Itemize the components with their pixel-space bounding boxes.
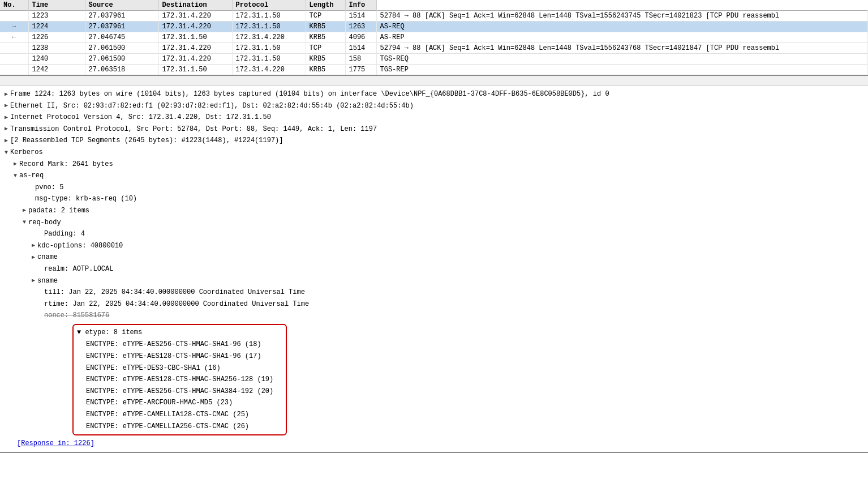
- packet-length: 1775: [345, 65, 376, 76]
- packet-length: 1514: [345, 43, 376, 54]
- detail-cname-line[interactable]: ▶ cname: [0, 251, 868, 263]
- till-spacer: [32, 288, 42, 297]
- table-row[interactable]: →122427.037961172.31.4.220172.31.1.50KRB…: [0, 22, 868, 32]
- detail-ethernet-line[interactable]: ▶ Ethernet II, Src: 02:93:d7:82:ed:f1 (0…: [0, 100, 868, 112]
- packet-destination: 172.31.4.220: [232, 65, 306, 76]
- padding-spacer: [32, 230, 42, 239]
- packet-protocol: TCP: [306, 11, 345, 22]
- packet-time: 27.063518: [85, 65, 158, 76]
- packet-no: 1240: [28, 54, 85, 65]
- detail-cname-text: cname: [37, 252, 58, 263]
- etype-item: ENCTYPE: eTYPE-DES3-CBC-SHA1 (16): [77, 362, 282, 374]
- detail-sname-line[interactable]: ▶ sname: [0, 275, 868, 287]
- expand-kdc-options-icon: ▶: [32, 241, 35, 250]
- expand-cname-icon: ▶: [32, 253, 35, 262]
- detail-record-mark-line[interactable]: ▶ Record Mark: 2641 bytes: [0, 159, 868, 170]
- table-row[interactable]: 122327.037961172.31.4.220172.31.1.50TCP1…: [0, 11, 868, 22]
- packet-source: 172.31.4.220: [158, 11, 232, 22]
- detail-realm-text: realm: AOTP.LOCAL: [44, 264, 113, 275]
- expand-etype-icon: ▼: [77, 328, 81, 336]
- detail-response-link-line[interactable]: [Response in: 1226]: [0, 438, 868, 450]
- detail-sname-text: sname: [37, 276, 58, 287]
- detail-padata-text: padata: 2 items: [28, 206, 89, 216]
- detail-padata-line[interactable]: ▶ padata: 2 items: [0, 205, 868, 217]
- packet-destination: 172.31.1.50: [232, 43, 306, 54]
- detail-kdc-options-line[interactable]: ▶ kdc-options: 40800010: [0, 240, 868, 252]
- packet-source: 172.31.4.220: [158, 54, 232, 65]
- col-header-destination: Destination: [158, 0, 232, 11]
- detail-tcp-text: Transmission Control Protocol, Src Port:…: [10, 124, 377, 135]
- packet-arrow: →: [0, 22, 28, 32]
- expand-pvno-icon: [23, 183, 33, 192]
- detail-frame-line[interactable]: ▶ Frame 1224: 1263 bytes on wire (10104 …: [0, 88, 868, 100]
- col-header-protocol: Protocol: [232, 0, 306, 11]
- packet-time: 27.037961: [85, 22, 158, 32]
- etype-item: ENCTYPE: eTYPE-AES128-CTS-HMAC-SHA1-96 (…: [77, 351, 282, 362]
- rtime-spacer: [32, 300, 42, 309]
- packet-destination: 172.31.1.50: [232, 54, 306, 65]
- table-row[interactable]: 123827.061500172.31.4.220172.31.1.50TCP1…: [0, 43, 868, 54]
- expand-record-mark-icon: ▶: [14, 160, 17, 169]
- response-link-spacer: [5, 439, 15, 448]
- detail-till-line: till: Jan 22, 2025 04:34:40.000000000 Co…: [0, 287, 868, 298]
- detail-msgtype-text: msg-type: krb-as-req (10): [35, 194, 137, 204]
- packet-list-table: No. Time Source Destination Protocol Len…: [0, 0, 868, 76]
- packet-arrow: [0, 54, 28, 65]
- nonce-spacer: [32, 311, 42, 321]
- detail-nonce-text: nonce: 815581676: [44, 310, 109, 321]
- col-header-no: No.: [0, 0, 28, 11]
- expand-sname-icon: ▶: [32, 276, 35, 285]
- table-row[interactable]: 124027.061500172.31.4.220172.31.1.50KRB5…: [0, 54, 868, 65]
- packet-length: 1263: [345, 22, 376, 32]
- col-header-time: Time: [28, 0, 85, 11]
- packet-detail-pane: ▶ Frame 1224: 1263 bytes on wire (10104 …: [0, 86, 868, 453]
- detail-frame-text: Frame 1224: 1263 bytes on wire (10104 bi…: [10, 89, 609, 100]
- packet-length: 1514: [345, 11, 376, 22]
- detail-nonce-line: nonce: 815581676: [0, 310, 868, 322]
- etype-header-line[interactable]: ▼ etype: 8 items: [77, 327, 282, 338]
- detail-reassembled-line[interactable]: ▶ [2 Reassembled TCP Segments (2645 byte…: [0, 135, 868, 147]
- packet-list-body: 122327.037961172.31.4.220172.31.1.50TCP1…: [0, 11, 868, 76]
- detail-padding-text: Padding: 4: [44, 229, 85, 240]
- expand-ip-icon: ▶: [5, 113, 8, 122]
- packet-time: 27.046745: [85, 32, 158, 43]
- packet-no: 1226: [28, 32, 85, 43]
- etype-item: ENCTYPE: eTYPE-AES256-CTS-HMAC-SHA1-96 (…: [77, 339, 282, 351]
- table-row[interactable]: 124227.063518172.31.1.50172.31.4.220KRB5…: [0, 65, 868, 76]
- packet-source: 172.31.4.220: [158, 22, 232, 32]
- detail-as-req-line[interactable]: ▼ as-req: [0, 170, 868, 182]
- detail-pvno-line: pvno: 5: [0, 182, 868, 194]
- packet-arrow: [0, 11, 28, 22]
- etype-item: ENCTYPE: eTYPE-CAMELLIA256-CTS-CMAC (26): [77, 421, 282, 433]
- packet-protocol: KRB5: [306, 65, 345, 76]
- etype-header-text: etype: 8 items: [85, 328, 142, 336]
- detail-ethernet-text: Ethernet II, Src: 02:93:d7:82:ed:f1 (02:…: [10, 101, 414, 112]
- pane-divider: [0, 76, 868, 86]
- detail-kerberos-line[interactable]: ▼ Kerberos: [0, 147, 868, 159]
- detail-req-body-line[interactable]: ▼ req-body: [0, 217, 868, 229]
- expand-padata-icon: ▶: [23, 206, 26, 215]
- packet-no: 1224: [28, 22, 85, 32]
- expand-frame-icon: ▶: [5, 90, 8, 99]
- packet-info: AS-REQ: [376, 22, 868, 32]
- table-row[interactable]: ←122627.046745172.31.1.50172.31.4.220KRB…: [0, 32, 868, 43]
- packet-no: 1238: [28, 43, 85, 54]
- detail-rtime-text: rtime: Jan 22, 2025 04:34:40.000000000 C…: [44, 299, 309, 310]
- response-link[interactable]: [Response in: 1226]: [17, 438, 94, 449]
- packet-info: 52794 → 88 [ACK] Seq=1 Ack=1 Win=62848 L…: [376, 43, 868, 54]
- expand-tcp-icon: ▶: [5, 125, 8, 134]
- detail-till-text: till: Jan 22, 2025 04:34:40.000000000 Co…: [44, 287, 305, 298]
- detail-record-mark-text: Record Mark: 2641 bytes: [19, 159, 113, 170]
- packet-info: AS-REP: [376, 32, 868, 43]
- detail-kerberos-text: Kerberos: [10, 147, 43, 158]
- expand-as-req-icon: ▼: [14, 172, 17, 181]
- packet-source: 172.31.1.50: [158, 32, 232, 43]
- detail-ip-line[interactable]: ▶ Internet Protocol Version 4, Src: 172.…: [0, 112, 868, 123]
- detail-msgtype-line: msg-type: krb-as-req (10): [0, 193, 868, 205]
- detail-tcp-line[interactable]: ▶ Transmission Control Protocol, Src Por…: [0, 123, 868, 135]
- detail-as-req-text: as-req: [19, 170, 44, 181]
- packet-protocol: KRB5: [306, 22, 345, 32]
- packet-arrow: ←: [0, 32, 28, 43]
- etype-item: ENCTYPE: eTYPE-AES256-CTS-HMAC-SHA384-19…: [77, 386, 282, 398]
- packet-protocol: KRB5: [306, 32, 345, 43]
